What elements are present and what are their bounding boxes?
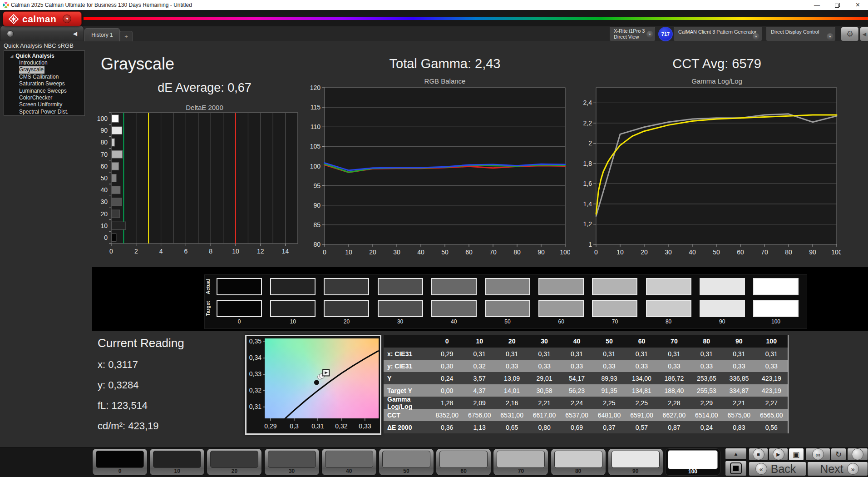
- table-cell: 54,17: [561, 372, 593, 384]
- patch-button-0[interactable]: 0: [92, 448, 148, 476]
- gear-icon: ⚙: [846, 29, 853, 39]
- tree-root-quick-analysis[interactable]: ◢ Quick Analysis: [4, 51, 84, 60]
- table-row: x: CIE310,290,310,310,310,310,310,310,31…: [384, 348, 788, 360]
- settings-button[interactable]: ⚙: [841, 27, 859, 41]
- display-control-selector[interactable]: Direct Display Control ▼: [766, 27, 835, 41]
- restore-button[interactable]: [827, 0, 848, 10]
- pattern-window-toggle-button[interactable]: [725, 461, 747, 476]
- collapse-sidebar-icon[interactable]: ◀: [73, 30, 77, 37]
- patch-button-90[interactable]: 90: [608, 448, 663, 476]
- deltae-bar-70: [112, 150, 123, 158]
- patch-button-60[interactable]: 60: [436, 448, 491, 476]
- sidebar-item-luminance-sweeps[interactable]: Luminance Sweeps: [19, 88, 68, 94]
- table-cell: 6514,00: [690, 409, 723, 421]
- patch-button-40[interactable]: 40: [321, 448, 377, 476]
- patch-panel-expand-button[interactable]: ▲: [725, 448, 747, 460]
- sidebar-item-grayscale[interactable]: Grayscale: [19, 66, 44, 73]
- svg-text:110: 110: [311, 123, 321, 130]
- svg-text:100: 100: [560, 248, 570, 255]
- play-button[interactable]: ▶: [769, 448, 788, 461]
- rainbow-stripe: [84, 17, 868, 20]
- table-cell: 0,33: [528, 360, 560, 372]
- table-cell: 8352,00: [431, 409, 463, 421]
- tab-history-1[interactable]: History 1: [84, 28, 120, 41]
- pattern-generator-dropdown-icon[interactable]: ▼: [753, 33, 760, 40]
- refresh-button[interactable]: ↻: [831, 448, 846, 461]
- patch-label: 30: [265, 468, 319, 474]
- svg-text:20: 20: [100, 210, 108, 218]
- patch-button-80[interactable]: 80: [551, 448, 606, 476]
- table-cell: 134,00: [626, 372, 658, 384]
- patch-swatch: [96, 451, 144, 468]
- band-level-label: 40: [431, 318, 477, 325]
- table-cell: 2,29: [690, 397, 723, 409]
- actual-swatch-90: [700, 278, 745, 295]
- patch-button-30[interactable]: 30: [264, 448, 320, 476]
- patch-button-10[interactable]: 10: [149, 448, 205, 476]
- next-chevron-icon: »: [847, 463, 859, 475]
- table-cell: 0,29: [431, 348, 463, 360]
- pattern-generator-selector[interactable]: CalMAN Client 3 Pattern Generator ▼: [674, 27, 762, 41]
- svg-text:0,3: 0,3: [290, 422, 299, 430]
- target-swatch-40: [431, 300, 477, 317]
- close-button[interactable]: ×: [848, 0, 868, 10]
- svg-text:70: 70: [100, 151, 108, 158]
- patch-label: 10: [150, 468, 204, 474]
- next-button[interactable]: Next »: [807, 462, 868, 476]
- meter-selector[interactable]: X-Rite i1Pro 3 Direct View ▼: [610, 27, 655, 41]
- sidebar-item-screen-uniformity[interactable]: Screen Uniformity: [19, 101, 63, 108]
- table-cell: 1,13: [463, 421, 495, 433]
- display-control-dropdown-icon[interactable]: ▼: [827, 33, 833, 40]
- sidebar-item-introduction[interactable]: Introduction: [19, 60, 49, 66]
- target-swatch-60: [538, 300, 584, 317]
- reading-cdm2: cd/m²: 423,19: [98, 420, 159, 432]
- patch-button-50[interactable]: 50: [379, 448, 434, 476]
- calman-menu-button[interactable]: calman ▼: [3, 11, 82, 26]
- daylight-locus: [285, 351, 379, 419]
- patch-button-100[interactable]: 100: [665, 448, 720, 476]
- actual-swatch-0: [217, 278, 262, 295]
- sidebar-item-colorchecker[interactable]: ColorChecker: [19, 94, 53, 101]
- logo-dropdown-icon[interactable]: ▼: [63, 15, 71, 23]
- table-cell: 2,21: [723, 397, 755, 409]
- collapse-panel-button[interactable]: ◀: [860, 27, 868, 41]
- record-button[interactable]: [847, 448, 868, 461]
- table-cell: 0,31: [496, 348, 528, 360]
- back-button[interactable]: « Back: [749, 462, 806, 476]
- table-cell: 0,31: [593, 348, 625, 360]
- tree-expanded-icon: ◢: [10, 54, 13, 58]
- table-cell: 0,33: [658, 360, 690, 372]
- minimize-button[interactable]: —: [807, 0, 827, 10]
- table-cell: 6537,00: [561, 409, 593, 421]
- svg-text:115: 115: [311, 104, 321, 111]
- target-swatch-50: [485, 300, 530, 317]
- patch-label: 40: [322, 468, 376, 474]
- svg-text:0,33: 0,33: [359, 422, 371, 430]
- add-tab-button[interactable]: +: [120, 31, 133, 41]
- table-column-header: 50: [593, 335, 625, 348]
- patch-button-70[interactable]: 70: [493, 448, 548, 476]
- target-swatch-80: [646, 300, 691, 317]
- next-label: Next: [820, 462, 843, 476]
- table-cell: 0,32: [463, 360, 495, 372]
- table-cell: 0,33: [496, 360, 528, 372]
- loop-button[interactable]: ∞: [805, 448, 830, 461]
- table-row: ΔE 20000,361,130,650,800,690,370,570,870…: [384, 421, 788, 433]
- sidebar-item-cms-calibration[interactable]: CMS Calibration: [19, 74, 59, 80]
- patch-swatch: [153, 451, 201, 468]
- meter-dropdown-icon[interactable]: ▼: [646, 31, 653, 38]
- band-level-label: 90: [700, 318, 745, 325]
- svg-text:70: 70: [489, 248, 497, 255]
- table-corner-cell: [384, 335, 431, 348]
- stop-button[interactable]: ■: [749, 448, 768, 461]
- table-cell: 0,36: [431, 421, 463, 433]
- svg-text:14: 14: [282, 248, 289, 254]
- band-level-label: 50: [485, 318, 530, 325]
- target-swatch-20: [324, 300, 369, 317]
- pattern-mode-button[interactable]: ▣: [789, 448, 804, 461]
- circle-icon: [852, 448, 863, 460]
- patch-button-20[interactable]: 20: [207, 448, 262, 476]
- sidebar-header-tab[interactable]: ◀: [0, 25, 84, 41]
- sidebar-item-spectral-power-dist[interactable]: Spectral Power Dist.: [19, 109, 69, 115]
- sidebar-item-saturation-sweeps[interactable]: Saturation Sweeps: [19, 80, 66, 87]
